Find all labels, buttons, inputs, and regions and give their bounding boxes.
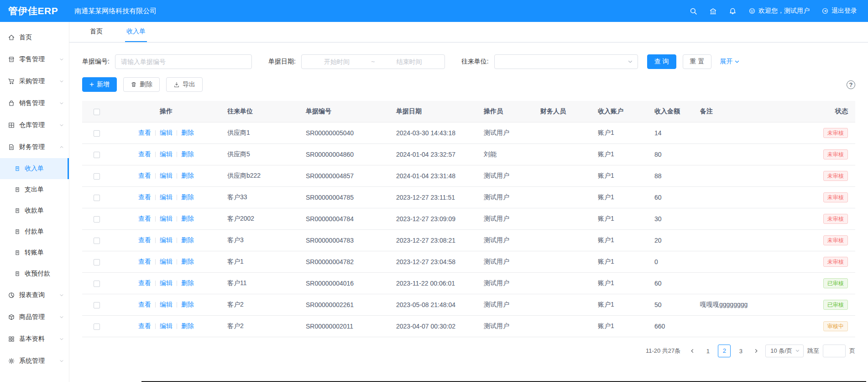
row-checkbox[interactable] — [94, 324, 100, 330]
chevron-down-icon — [59, 337, 64, 341]
view-link[interactable]: 查看 — [138, 322, 151, 329]
cell-date: 2024-01-04 23:32:57 — [390, 143, 477, 165]
tab-home[interactable]: 首页 — [89, 27, 104, 42]
view-link[interactable]: 查看 — [138, 215, 151, 222]
sidebar-item-basedata[interactable]: 基本资料 — [0, 328, 69, 350]
row-checkbox[interactable] — [94, 130, 100, 137]
row-checkbox[interactable] — [94, 216, 100, 223]
edit-link[interactable]: 编辑 — [160, 129, 173, 136]
delete-link[interactable]: 删除 — [181, 301, 194, 308]
search-button[interactable]: 查 询 — [647, 54, 676, 69]
select-all-checkbox[interactable] — [94, 109, 100, 115]
view-link[interactable]: 查看 — [138, 172, 151, 179]
reset-button[interactable]: 重 置 — [683, 54, 712, 69]
sidebar-subitem-transfer[interactable]: 转账单 — [0, 242, 69, 263]
edit-link[interactable]: 编辑 — [160, 193, 173, 201]
cell-operator: 测试用户 — [477, 208, 534, 229]
prev-page-button[interactable] — [687, 345, 698, 357]
page-1-button[interactable]: 1 — [701, 345, 714, 357]
cell-date: 2023-12-27 23:08:21 — [390, 229, 477, 251]
edit-link[interactable]: 编辑 — [160, 322, 173, 329]
view-link[interactable]: 查看 — [138, 258, 151, 265]
sidebar-subitem-label: 收预付款 — [25, 270, 50, 278]
row-checkbox[interactable] — [94, 259, 100, 265]
cell-actions: 查看编辑删除 — [111, 229, 221, 251]
view-link[interactable]: 查看 — [138, 193, 151, 201]
notification-bell-icon[interactable] — [729, 7, 737, 15]
sidebar-item-retail[interactable]: 零售管理 — [0, 48, 69, 70]
cell-date: 2023-11-22 00:06:01 — [390, 272, 477, 294]
sidebar-item-purchase[interactable]: 采购管理 — [0, 70, 69, 92]
date-range-picker[interactable]: ~ — [301, 54, 445, 69]
row-checkbox[interactable] — [94, 195, 100, 201]
unit-select[interactable] — [494, 54, 638, 69]
edit-link[interactable]: 编辑 — [160, 172, 173, 179]
view-link[interactable]: 查看 — [138, 150, 151, 158]
date-start-input[interactable] — [306, 58, 367, 65]
sidebar-item-goods[interactable]: 商品管理 — [0, 306, 69, 328]
edit-link[interactable]: 编辑 — [160, 301, 173, 308]
edit-link[interactable]: 编辑 — [160, 215, 173, 222]
sidebar-item-system[interactable]: 系统管理 — [0, 350, 69, 372]
tab-income[interactable]: 收入单 — [125, 27, 147, 42]
delete-link[interactable]: 删除 — [181, 236, 194, 244]
sidebar-subitem-receipt[interactable]: 收款单 — [0, 200, 69, 221]
sidebar-item-sales[interactable]: 销售管理 — [0, 92, 69, 114]
search-icon[interactable] — [690, 7, 697, 15]
delete-link[interactable]: 删除 — [181, 215, 194, 222]
page-3-button[interactable]: 3 — [734, 345, 747, 357]
expand-link[interactable]: 展开 — [720, 58, 740, 66]
sidebar-item-finance[interactable]: 财务管理 — [0, 136, 69, 158]
bank-icon[interactable] — [709, 7, 717, 15]
view-link[interactable]: 查看 — [138, 301, 151, 308]
delete-link[interactable]: 删除 — [181, 150, 194, 158]
sidebar-subitem-expense[interactable]: 支出单 — [0, 179, 69, 200]
edit-link[interactable]: 编辑 — [160, 150, 173, 158]
sidebar-subitem-income[interactable]: 收入单 — [0, 158, 69, 179]
date-end-input[interactable] — [378, 58, 439, 65]
logout-icon — [821, 7, 829, 15]
delete-link[interactable]: 删除 — [181, 172, 194, 179]
delete-link[interactable]: 删除 — [181, 129, 194, 136]
jump-input[interactable] — [823, 345, 846, 357]
edit-link[interactable]: 编辑 — [160, 279, 173, 286]
sidebar-subitem-payment[interactable]: 付款单 — [0, 221, 69, 242]
edit-link[interactable]: 编辑 — [160, 236, 173, 244]
delete-link[interactable]: 删除 — [181, 193, 194, 201]
delete-link[interactable]: 删除 — [181, 322, 194, 329]
col-header-account: 收入账户 — [591, 101, 648, 122]
action-divider — [177, 216, 177, 222]
add-button[interactable]: + 新增 — [82, 77, 117, 92]
delete-button[interactable]: 删除 — [123, 77, 160, 92]
cell-checkbox — [82, 165, 111, 186]
sidebar-item-report[interactable]: 报表查询 — [0, 284, 69, 306]
page-size-select[interactable]: 10 条/页 — [765, 345, 804, 357]
delete-link[interactable]: 删除 — [181, 279, 194, 286]
row-checkbox[interactable] — [94, 238, 100, 244]
next-page-button[interactable] — [751, 345, 762, 357]
row-checkbox[interactable] — [94, 152, 100, 158]
col-header-number: 单据编号 — [299, 101, 390, 122]
delete-link[interactable]: 删除 — [181, 258, 194, 265]
cell-finance — [534, 315, 591, 337]
cell-status: 审核中 — [808, 315, 855, 337]
row-checkbox[interactable] — [94, 281, 100, 287]
edit-link[interactable]: 编辑 — [160, 258, 173, 265]
sidebar-item-home[interactable]: 首页 — [0, 27, 69, 48]
number-input[interactable] — [115, 54, 252, 69]
logout-button[interactable]: 退出登录 — [821, 7, 857, 15]
date-label: 单据日期: — [268, 58, 296, 66]
view-link[interactable]: 查看 — [138, 279, 151, 286]
view-link[interactable]: 查看 — [138, 236, 151, 244]
sidebar-subitem-advance[interactable]: 收预付款 — [0, 263, 69, 284]
row-checkbox[interactable] — [94, 173, 100, 180]
sidebar-item-warehouse[interactable]: 仓库管理 — [0, 114, 69, 136]
page-2-button[interactable]: 2 — [718, 345, 731, 357]
welcome-user[interactable]: 欢迎您，测试用户 — [748, 7, 810, 15]
export-label: 导出 — [183, 80, 195, 89]
date-separator: ~ — [367, 58, 378, 65]
export-button[interactable]: 导出 — [166, 77, 203, 92]
row-checkbox[interactable] — [94, 302, 100, 308]
help-icon[interactable]: ? — [847, 80, 855, 89]
view-link[interactable]: 查看 — [138, 129, 151, 136]
